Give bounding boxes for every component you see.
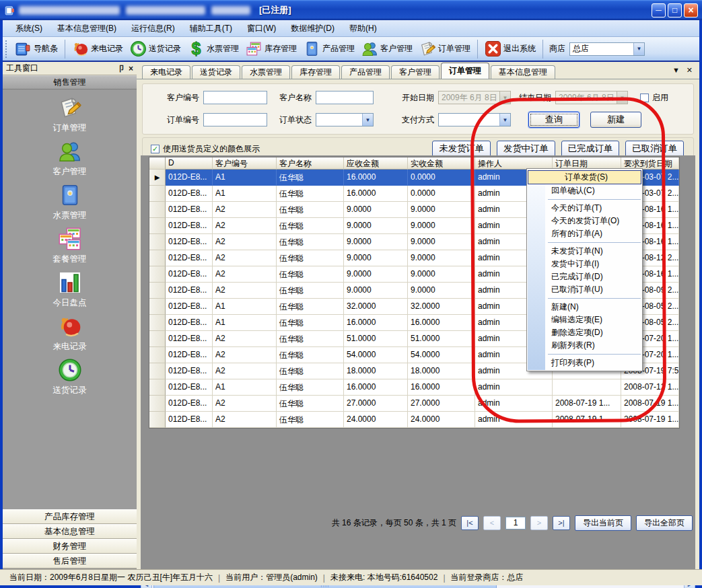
toolbar-button-exit[interactable]: 退出系统: [481, 39, 539, 59]
first-page-button[interactable]: |<: [461, 516, 479, 530]
menu-item-4[interactable]: 窗口(W): [240, 21, 283, 36]
tab-0[interactable]: 来电记录: [142, 65, 190, 79]
row-selector-cell[interactable]: [149, 363, 166, 379]
status-filter-button-3[interactable]: 已取消订单: [625, 141, 684, 157]
query-button[interactable]: 查询: [528, 112, 580, 128]
sidebar-item-customers[interactable]: 客户管理: [3, 139, 137, 183]
row-selector-cell[interactable]: [149, 331, 166, 347]
tab-6[interactable]: 订单管理: [441, 63, 489, 79]
context-menu-item-17[interactable]: 打印列表(P): [527, 357, 642, 369]
context-menu-item-15[interactable]: 刷新列表(R): [527, 339, 642, 352]
context-menu-item-10[interactable]: 已取消订单(U): [527, 283, 642, 296]
column-header-4[interactable]: 应收金额: [344, 157, 408, 170]
toolbar-button-order-pen[interactable]: 订单管理: [416, 39, 474, 59]
sidebar-item-order-pen[interactable]: 订单管理: [3, 96, 137, 139]
context-menu-item-5[interactable]: 所有的订单(A): [527, 227, 642, 240]
pin-icon[interactable]: 卩: [116, 65, 124, 73]
table-row[interactable]: 012D-E8...A2伍华聪24.000024.0000admin2008-0…: [149, 412, 679, 428]
tab-5[interactable]: 客户管理: [391, 65, 440, 79]
chevron-down-icon[interactable]: ▼: [672, 66, 680, 75]
tab-1[interactable]: 送货记录: [192, 65, 240, 79]
table-row[interactable]: 012D-E8...A2伍华聪27.000027.0000admin2008-0…: [149, 396, 679, 412]
order-status-select[interactable]: ▼: [316, 113, 374, 126]
row-selector-cell[interactable]: [149, 315, 166, 331]
toolbar-button-product-book[interactable]: 产品管理: [300, 39, 358, 59]
row-selector-cell[interactable]: [149, 412, 166, 428]
context-menu-item-8[interactable]: 发货中订单(I): [527, 258, 642, 270]
new-button[interactable]: 新建: [590, 112, 641, 128]
chevron-down-icon[interactable]: ▼: [499, 114, 510, 126]
menu-item-5[interactable]: 数据维护(D): [283, 21, 342, 36]
context-menu-item-13[interactable]: 编辑选定项(E): [527, 314, 642, 326]
menu-item-1[interactable]: 基本信息管理(B): [50, 21, 124, 36]
toolbar-grip[interactable]: [5, 40, 9, 58]
minimize-button[interactable]: ─: [652, 3, 666, 17]
context-menu-item-14[interactable]: 删除选定项(D): [527, 326, 642, 339]
status-filter-button-1[interactable]: 发货中订单: [497, 141, 555, 157]
row-selector-cell[interactable]: [149, 283, 166, 299]
row-selector-cell[interactable]: [149, 396, 166, 412]
enable-checkbox[interactable]: [640, 94, 649, 102]
toolbar-button-clock[interactable]: 送货记录: [127, 39, 184, 59]
close-icon[interactable]: ×: [129, 65, 133, 73]
menu-item-6[interactable]: 帮助(H): [342, 21, 384, 36]
context-menu-item-1[interactable]: 回单确认(C): [527, 184, 642, 197]
toolbar-button-dollar[interactable]: $水票管理: [184, 39, 242, 59]
row-selector-cell[interactable]: [149, 218, 166, 234]
table-row[interactable]: 012D-E8...A1伍华聪16.000016.0000admin2008-0…: [149, 379, 679, 396]
sidebar-item-bar-chart[interactable]: 今日盘点: [3, 270, 137, 314]
row-selector-cell[interactable]: [149, 266, 166, 283]
status-filter-button-2[interactable]: 已完成订单: [561, 141, 620, 157]
row-selector-cell[interactable]: [149, 250, 166, 266]
tab-7[interactable]: 基本信息管理: [491, 65, 555, 79]
export-current-page-button[interactable]: 导出当前页: [575, 515, 631, 531]
last-page-button[interactable]: >|: [553, 516, 570, 530]
toolbar-button-bell[interactable]: 来电记录: [69, 39, 127, 59]
sidebar-item-clock[interactable]: 送货记录: [3, 358, 137, 402]
page-number-input[interactable]: 1: [505, 517, 526, 529]
column-header-0[interactable]: [149, 157, 166, 170]
prev-page-button[interactable]: <: [483, 516, 501, 530]
maximize-button[interactable]: □: [668, 3, 682, 17]
row-selector-cell[interactable]: ▶: [149, 170, 166, 186]
context-menu-item-7[interactable]: 未发货订单(N): [527, 245, 642, 258]
context-menu-item-9[interactable]: 已完成订单(D): [527, 270, 642, 283]
tab-3[interactable]: 库存管理: [291, 65, 340, 79]
sidebar-section-header[interactable]: 销售管理: [3, 75, 137, 89]
status-filter-button-0[interactable]: 未发货订单: [432, 141, 491, 157]
menu-item-2[interactable]: 运行信息(R): [124, 21, 182, 36]
column-header-2[interactable]: 客户编号: [213, 157, 277, 170]
context-menu-item-0[interactable]: 订单发货(S): [528, 170, 641, 184]
sidebar-section-button-3[interactable]: 售后管理: [3, 554, 137, 568]
sidebar-section-button-1[interactable]: 基本信息管理: [3, 524, 137, 539]
row-selector-cell[interactable]: [149, 186, 166, 202]
sidebar-item-bundle-grid[interactable]: 套餐管理: [3, 227, 137, 270]
column-header-5[interactable]: 实收金额: [408, 157, 475, 170]
toolbar-button-inventory-grid[interactable]: 库存管理: [242, 39, 300, 59]
toolbar-button-customers[interactable]: 客户管理: [358, 39, 416, 59]
context-menu-item-3[interactable]: 今天的订单(T): [527, 202, 642, 215]
row-selector-cell[interactable]: [149, 202, 166, 218]
row-selector-cell[interactable]: [149, 379, 166, 396]
chevron-down-icon[interactable]: ▼: [362, 114, 373, 126]
customer-name-input[interactable]: [316, 91, 374, 104]
close-button[interactable]: ×: [684, 3, 698, 17]
next-page-button[interactable]: >: [530, 516, 548, 530]
shop-combobox[interactable]: 总店 ▼: [569, 42, 645, 56]
order-no-input[interactable]: [203, 113, 267, 126]
sidebar-section-button-2[interactable]: 财务管理: [3, 539, 137, 554]
color-checkbox[interactable]: ✓: [151, 145, 160, 153]
menu-item-3[interactable]: 辅助工具(T): [182, 21, 240, 36]
tab-2[interactable]: 水票管理: [242, 65, 290, 79]
toolbar-button-navigator[interactable]: 导航条: [11, 39, 61, 59]
context-menu-item-4[interactable]: 今天的发货订单(O): [527, 215, 642, 227]
row-selector-cell[interactable]: [149, 299, 166, 315]
row-selector-cell[interactable]: [149, 234, 166, 250]
sidebar-item-product-book[interactable]: 水票管理: [3, 183, 137, 227]
row-selector-cell[interactable]: [149, 347, 166, 363]
export-all-pages-button[interactable]: 导出全部页: [636, 515, 693, 531]
start-date-picker[interactable]: 2009年 6月 8日 ▼: [438, 91, 511, 104]
end-date-picker[interactable]: 2009年 6月 8日 ▼: [555, 91, 628, 104]
pay-method-select[interactable]: ▼: [438, 113, 511, 126]
column-header-1[interactable]: D: [166, 157, 213, 170]
